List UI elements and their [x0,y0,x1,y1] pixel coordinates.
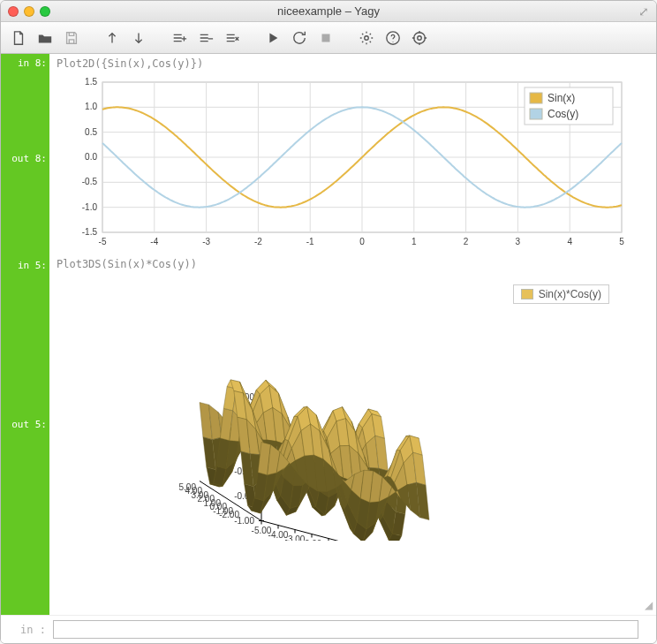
clear-cell-button[interactable] [220,26,245,50]
svg-text:3: 3 [516,237,521,246]
gutter-in5: in 5: [1,256,47,274]
save-button[interactable] [59,26,84,50]
move-up-button[interactable] [100,26,125,50]
cell-in-8-code[interactable]: Plot2D({Sin(x),Cos(y)}) [49,54,656,73]
legend-label-3d: Sin(x)*Cos(y) [539,288,601,300]
target-button[interactable] [407,26,432,50]
plot3d-svg: -1.00-0.60-0.200.200.601.00-5.00-4.00-3.… [49,276,615,541]
main-panel: Plot2D({Sin(x),Cos(y)}) -5-4-3-2-1012345… [49,54,656,615]
legend-swatch-3d [521,289,533,299]
prompt-input[interactable] [53,620,638,639]
svg-text:-5: -5 [99,237,107,246]
svg-text:Cos(y): Cos(y) [548,108,578,120]
notebook-content: in 8: out 8: in 5: out 5: Plot2D({Sin(x)… [1,54,656,615]
bottom-input-row: in : [1,615,656,643]
zoom-window-button[interactable] [40,6,50,17]
toolbar [1,22,656,54]
svg-rect-0 [322,34,330,42]
svg-text:-0.5: -0.5 [82,177,98,186]
window-title: niceexample – Yagy [1,4,656,18]
svg-text:-3: -3 [202,237,210,246]
window-controls [8,6,50,17]
svg-text:-2: -2 [254,237,262,246]
svg-text:0.5: 0.5 [85,127,97,137]
svg-text:4: 4 [567,237,572,246]
svg-text:Sin(x): Sin(x) [548,92,575,104]
svg-text:1.5: 1.5 [85,77,97,87]
move-down-button[interactable] [126,26,151,50]
plot2d-svg: -5-4-3-2-1012345-1.5-1.0-0.50.00.51.01.5… [65,75,631,252]
add-cell-button[interactable] [167,26,192,50]
reload-button[interactable] [287,26,312,50]
svg-text:-1: -1 [306,237,314,246]
svg-point-3 [414,32,426,43]
gutter-out5: out 5: [1,415,47,430]
run-button[interactable] [261,26,285,50]
plot2d-output: -5-4-3-2-1012345-1.5-1.0-0.50.00.51.01.5… [65,75,631,254]
svg-text:-2.00: -2.00 [302,539,322,542]
svg-text:0.0: 0.0 [85,152,97,162]
cell-in-5-code[interactable]: Plot3DS(Sin(x)*Cos(y)) [49,254,656,274]
plot3d-legend: Sin(x)*Cos(y) [513,284,609,304]
resize-grip-icon[interactable]: ◢ [645,599,653,611]
settings-button[interactable] [354,26,379,50]
svg-text:5.00: 5.00 [179,482,197,492]
close-window-button[interactable] [8,6,19,17]
svg-rect-45 [530,109,542,119]
plot3d-output: Sin(x)*Cos(y) -1.00-0.60-0.200.200.601.0… [49,276,615,541]
svg-text:2: 2 [464,237,469,246]
svg-text:-1.0: -1.0 [82,202,98,212]
svg-text:5: 5 [619,237,624,246]
stop-button[interactable] [313,26,338,50]
svg-text:1: 1 [412,237,417,246]
svg-text:-1.5: -1.5 [82,227,98,237]
titlebar: niceexample – Yagy ⤢ [1,1,656,22]
remove-cell-button[interactable] [193,26,218,50]
gutter-in8: in 8: [1,54,47,72]
help-button[interactable] [381,26,405,50]
svg-rect-43 [530,93,542,103]
gutter-out8: out 8: [1,149,47,164]
svg-text:1.0: 1.0 [85,102,97,111]
svg-text:-4: -4 [150,237,158,246]
prompt-label: in : [1,616,49,643]
fullscreen-icon[interactable]: ⤢ [638,4,649,19]
svg-text:0: 0 [359,237,365,246]
open-button[interactable] [33,26,57,50]
gutter: in 8: out 8: in 5: out 5: [1,54,49,615]
minimize-window-button[interactable] [24,6,34,17]
new-button[interactable] [6,26,31,50]
svg-point-1 [365,35,369,40]
svg-point-4 [418,35,422,40]
